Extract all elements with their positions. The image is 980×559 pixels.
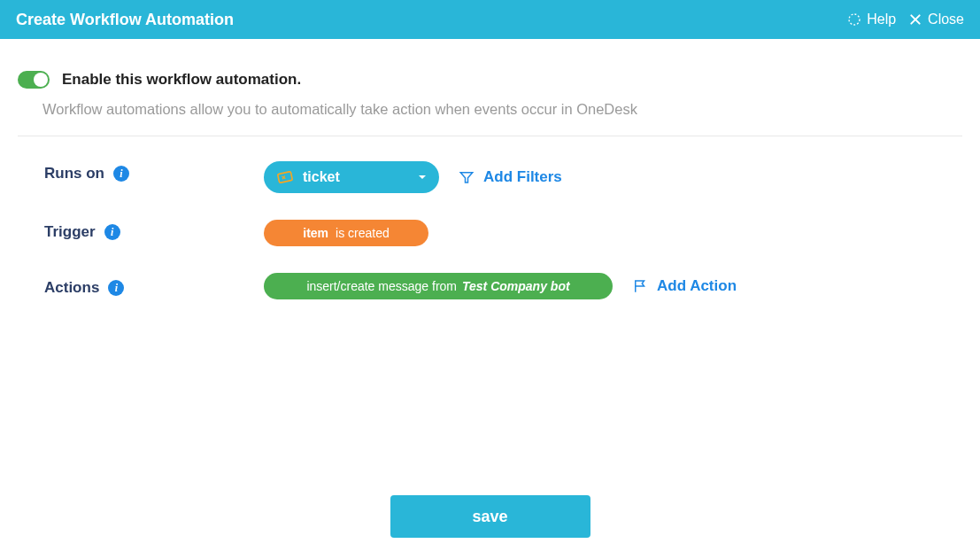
action-bot-name: Test Company bot: [462, 279, 570, 293]
header-actions: Help Close: [847, 12, 964, 27]
info-icon[interactable]: i: [104, 224, 120, 240]
add-action-label: Add Action: [657, 277, 737, 295]
actions-row: Actions i insert/create message from Tes…: [18, 273, 962, 299]
trigger-label: Trigger: [44, 223, 96, 241]
action-text: insert/create message from: [306, 279, 457, 293]
svg-point-0: [849, 14, 860, 25]
dialog-title: Create Workflow Automation: [16, 11, 234, 29]
save-button[interactable]: save: [390, 495, 590, 538]
toggle-knob: [34, 73, 48, 87]
enable-toggle-label: Enable this workflow automation.: [62, 71, 301, 89]
runs-on-label-group: Runs on i: [44, 161, 264, 182]
close-icon: [908, 12, 922, 27]
runs-on-label: Runs on: [44, 165, 104, 182]
ticket-icon: [276, 168, 294, 186]
trigger-controls: item is created: [264, 220, 428, 246]
close-label: Close: [928, 12, 964, 27]
svg-rect-1: [278, 172, 293, 183]
add-action-button[interactable]: Add Action: [632, 277, 737, 295]
actions-label-group: Actions i: [44, 276, 264, 297]
runs-on-controls: ticket Add Filters: [264, 161, 562, 193]
divider: [18, 136, 962, 136]
help-label: Help: [867, 12, 896, 27]
chevron-down-icon: [418, 173, 427, 182]
runs-on-select[interactable]: ticket: [264, 161, 439, 193]
trigger-item-label: item: [303, 226, 328, 240]
enable-toggle[interactable]: [18, 71, 50, 89]
close-button[interactable]: Close: [908, 12, 964, 27]
trigger-label-group: Trigger i: [44, 220, 264, 241]
add-filters-button[interactable]: Add Filters: [459, 168, 562, 186]
dialog-content: Enable this workflow automation. Workflo…: [0, 39, 980, 344]
add-filters-label: Add Filters: [483, 168, 562, 186]
flag-icon: [632, 278, 648, 294]
trigger-condition: is created: [336, 226, 390, 240]
dialog-header: Create Workflow Automation Help Close: [0, 0, 980, 39]
description-text: Workflow automations allow you to automa…: [42, 101, 962, 118]
action-pill[interactable]: insert/create message from Test Company …: [264, 273, 613, 299]
help-button[interactable]: Help: [847, 12, 896, 27]
actions-controls: insert/create message from Test Company …: [264, 273, 737, 299]
trigger-row: Trigger i item is created: [18, 220, 962, 246]
enable-toggle-row: Enable this workflow automation.: [18, 71, 962, 89]
dialog-footer: save: [0, 495, 980, 538]
runs-on-selected: ticket: [303, 169, 409, 185]
filter-icon: [459, 169, 475, 185]
actions-label: Actions: [44, 279, 99, 297]
help-icon: [847, 12, 861, 27]
info-icon[interactable]: i: [108, 280, 124, 296]
trigger-pill[interactable]: item is created: [264, 220, 428, 246]
info-icon[interactable]: i: [113, 166, 129, 182]
runs-on-row: Runs on i ticket Add Filters: [18, 161, 962, 193]
